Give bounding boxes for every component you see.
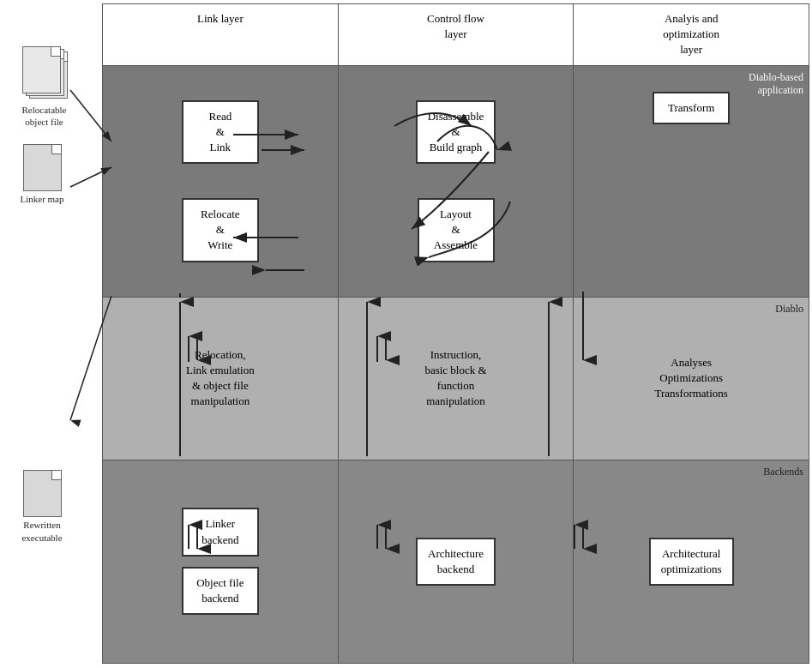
app-col2: Disassemble&Build graph Layout&Assemble xyxy=(339,66,574,297)
diablo-col1-text: Relocation,Link emulation& object filema… xyxy=(186,347,255,410)
doc-page-1 xyxy=(22,46,61,93)
backends-col2: Architecturebackend xyxy=(339,460,574,663)
col-header-analysis: Analyis andoptimizationlayer xyxy=(574,4,809,65)
transform-box: Transform xyxy=(653,92,730,124)
linker-backend-box: Linkerbackend xyxy=(182,508,259,556)
rewritten-exec-label: Rewritten executable xyxy=(12,519,72,544)
architectural-optimizations-box: Architecturaloptimizations xyxy=(649,538,734,586)
col-header-control: Control flowlayer xyxy=(339,4,574,65)
app-col1: Read&Link Relocate&Write xyxy=(103,66,339,297)
diablo-col3: AnalysesOptimizationsTransformations xyxy=(574,298,809,460)
layout-assemble-box: Layout&Assemble xyxy=(418,198,495,262)
backends-col1: Linkerbackend Object filebackend xyxy=(103,460,339,663)
main-diagram: Link layer Control flowlayer Analyis and… xyxy=(102,3,809,664)
rewritten-exec-icon xyxy=(23,470,62,517)
read-link-box: Read&Link xyxy=(182,100,259,165)
layer-diablo: Diablo Relocation,Lin xyxy=(103,298,809,460)
relocatable-doc-group: Relocatable object file xyxy=(12,46,76,129)
diablo-col2-text: Instruction,basic block &functionmanipul… xyxy=(424,347,486,410)
diablo-col2: Instruction,basic block &functionmanipul… xyxy=(339,298,574,460)
relocatable-doc-label: Relocatable object file xyxy=(12,104,76,129)
linker-map-icon xyxy=(23,144,62,191)
diablo-layer-label: Diablo xyxy=(775,303,803,316)
diablo-col1: Relocation,Link emulation& object filema… xyxy=(103,298,339,460)
linker-map-group: Linker map xyxy=(12,144,72,205)
relocate-write-box: Relocate&Write xyxy=(182,198,259,262)
rewritten-exec-group: Rewritten executable xyxy=(12,470,72,544)
backends-layer-label: Backends xyxy=(763,466,803,479)
layer-application: Diablo-basedapplication Read&Link Reloca… xyxy=(103,66,809,298)
left-panel: Relocatable object file Linker map Rewri… xyxy=(3,3,102,664)
layer-backends: Backends Linkerbackend Object filebacken… xyxy=(103,460,809,663)
column-headers: Link layer Control flowlayer Analyis and… xyxy=(103,4,809,66)
object-file-backend-box: Object filebackend xyxy=(182,567,259,615)
col-header-link: Link layer xyxy=(103,4,339,65)
backends-col3: Architecturaloptimizations xyxy=(574,460,809,663)
relocatable-doc-icon xyxy=(21,46,68,102)
architecture-backend-box: Architecturebackend xyxy=(416,538,496,586)
page: Relocatable object file Linker map Rewri… xyxy=(3,3,809,664)
disassemble-box: Disassemble&Build graph xyxy=(416,100,496,165)
diablo-col3-text: AnalysesOptimizationsTransformations xyxy=(654,355,727,402)
linker-map-label: Linker map xyxy=(12,193,72,205)
app-col3: Transform xyxy=(574,66,809,297)
